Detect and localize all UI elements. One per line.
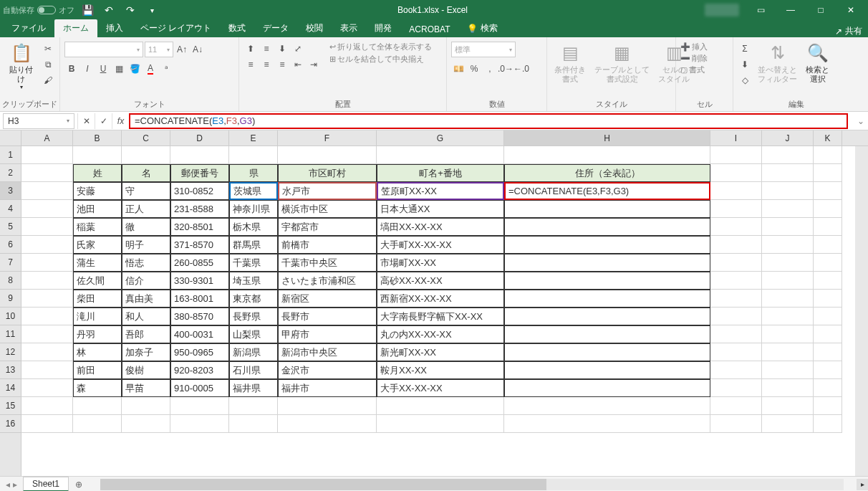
cell-F3[interactable]: 水戸市	[278, 182, 377, 200]
cell-D14[interactable]: 910-0005	[170, 379, 229, 397]
name-box[interactable]: H3 ▾	[3, 113, 74, 129]
cell-G8[interactable]: 高砂XX-XX-XX	[377, 272, 504, 290]
cell-C15[interactable]	[122, 397, 170, 415]
tab-home[interactable]: ホーム	[54, 19, 97, 37]
cell-E12[interactable]: 新潟県	[229, 343, 278, 361]
cell-C6[interactable]: 明子	[122, 236, 170, 254]
cell-F7[interactable]: 千葉市中央区	[278, 254, 377, 272]
conditional-format-button[interactable]: ▤条件付き 書式	[551, 42, 589, 85]
row-header-11[interactable]: 11	[0, 325, 21, 343]
cell-B12[interactable]: 林	[73, 343, 122, 361]
formula-input[interactable]: =CONCATENATE(E3,F3,G3)	[129, 113, 848, 129]
cell-G12[interactable]: 新光町XX-XX	[377, 343, 504, 361]
ribbon-options-icon[interactable]: ▭	[746, 0, 775, 20]
cell-A13[interactable]	[21, 361, 73, 379]
cell-G16[interactable]	[377, 415, 504, 433]
cell-H1[interactable]	[504, 146, 710, 164]
format-cells-button[interactable]: ▢書式	[680, 65, 705, 75]
cell-F5[interactable]: 宇都宮市	[278, 218, 377, 236]
col-header-G[interactable]: G	[377, 130, 504, 146]
cell-D13[interactable]: 920-8203	[170, 361, 229, 379]
cell-E6[interactable]: 群馬県	[229, 236, 278, 254]
maximize-icon[interactable]: □	[806, 0, 835, 20]
row-header-8[interactable]: 8	[0, 272, 21, 290]
cell-B7[interactable]: 蒲生	[73, 254, 122, 272]
cell-K12[interactable]	[814, 343, 842, 361]
cell-C12[interactable]: 加奈子	[122, 343, 170, 361]
cancel-formula-icon[interactable]: ✕	[77, 113, 95, 129]
cell-D12[interactable]: 950-0965	[170, 343, 229, 361]
decrease-font-icon[interactable]: A↓	[191, 42, 205, 57]
sheet-tab-active[interactable]: Sheet1	[23, 477, 69, 491]
increase-indent-icon[interactable]: ⇥	[307, 57, 321, 72]
select-all-corner[interactable]	[0, 130, 21, 146]
cell-B6[interactable]: 氏家	[73, 236, 122, 254]
cell-C8[interactable]: 信介	[122, 272, 170, 290]
insert-cells-button[interactable]: ➕挿入	[680, 42, 708, 52]
share-button[interactable]: 共有	[845, 25, 862, 37]
cell-F15[interactable]	[278, 397, 377, 415]
cell-E13[interactable]: 石川県	[229, 361, 278, 379]
cell-C1[interactable]	[122, 146, 170, 164]
cell-E11[interactable]: 山梨県	[229, 325, 278, 343]
col-header-E[interactable]: E	[229, 130, 278, 146]
cell-A10[interactable]	[21, 308, 73, 325]
redo-icon[interactable]: ↷	[122, 1, 139, 19]
cell-B14[interactable]: 森	[73, 379, 122, 397]
decrease-decimal-icon[interactable]: ←.0	[514, 62, 529, 76]
delete-cells-button[interactable]: ➖削除	[680, 53, 708, 64]
cell-G5[interactable]: 塙田XX-XX-XX	[377, 218, 504, 236]
cell-J4[interactable]	[762, 200, 814, 218]
increase-decimal-icon[interactable]: .0→	[498, 62, 513, 76]
tab-acrobat[interactable]: ACROBAT	[400, 22, 458, 37]
cell-D11[interactable]: 400-0031	[170, 325, 229, 343]
cell-A8[interactable]	[21, 272, 73, 290]
row-header-4[interactable]: 4	[0, 200, 21, 218]
cell-E15[interactable]	[229, 397, 278, 415]
percent-icon[interactable]: %	[467, 62, 481, 76]
cell-K15[interactable]	[814, 397, 842, 415]
row-header-13[interactable]: 13	[0, 361, 21, 379]
user-account[interactable]	[705, 4, 739, 16]
align-right-icon[interactable]: ≡	[275, 57, 289, 72]
merge-center-button[interactable]: ⊞セルを結合して中央揃え	[329, 54, 432, 65]
cell-G11[interactable]: 丸の内XX-XX-XX	[377, 325, 504, 343]
row-header-10[interactable]: 10	[0, 308, 21, 325]
col-header-D[interactable]: D	[170, 130, 229, 146]
cell-C9[interactable]: 真由美	[122, 290, 170, 308]
cell-A1[interactable]	[21, 146, 73, 164]
fill-icon[interactable]: ⬇	[738, 57, 752, 72]
cell-K11[interactable]	[814, 325, 842, 343]
cell-J9[interactable]	[762, 290, 814, 308]
row-header-5[interactable]: 5	[0, 218, 21, 236]
tell-me[interactable]: 💡 検索	[458, 19, 506, 37]
cell-D16[interactable]	[170, 415, 229, 433]
cell-G4[interactable]: 日本大通XX	[377, 200, 504, 218]
cell-C3[interactable]: 守	[122, 182, 170, 200]
col-header-A[interactable]: A	[21, 130, 73, 146]
cell-D5[interactable]: 320-8501	[170, 218, 229, 236]
cell-B11[interactable]: 丹羽	[73, 325, 122, 343]
cell-H11[interactable]	[504, 325, 710, 343]
cell-E2[interactable]: 県	[229, 164, 278, 182]
row-header-6[interactable]: 6	[0, 236, 21, 254]
cell-C2[interactable]: 名	[122, 164, 170, 182]
cell-H2[interactable]: 住所（全表記）	[504, 164, 710, 182]
cell-I16[interactable]	[710, 415, 762, 433]
cell-B1[interactable]	[73, 146, 122, 164]
cell-K5[interactable]	[814, 218, 842, 236]
cell-F11[interactable]: 甲府市	[278, 325, 377, 343]
cell-K9[interactable]	[814, 290, 842, 308]
cell-K2[interactable]	[814, 164, 842, 182]
cell-H4[interactable]	[504, 200, 710, 218]
cell-B15[interactable]	[73, 397, 122, 415]
cell-J3[interactable]	[762, 182, 814, 200]
phonetic-icon[interactable]: ᵃ	[159, 62, 173, 76]
cell-G14[interactable]: 大手XX-XX-XX	[377, 379, 504, 397]
border-icon[interactable]: ▦	[112, 62, 126, 76]
cell-D8[interactable]: 330-9301	[170, 272, 229, 290]
cell-H14[interactable]	[504, 379, 710, 397]
cell-H13[interactable]	[504, 361, 710, 379]
tab-view[interactable]: 表示	[332, 19, 366, 37]
row-header-15[interactable]: 15	[0, 397, 21, 415]
